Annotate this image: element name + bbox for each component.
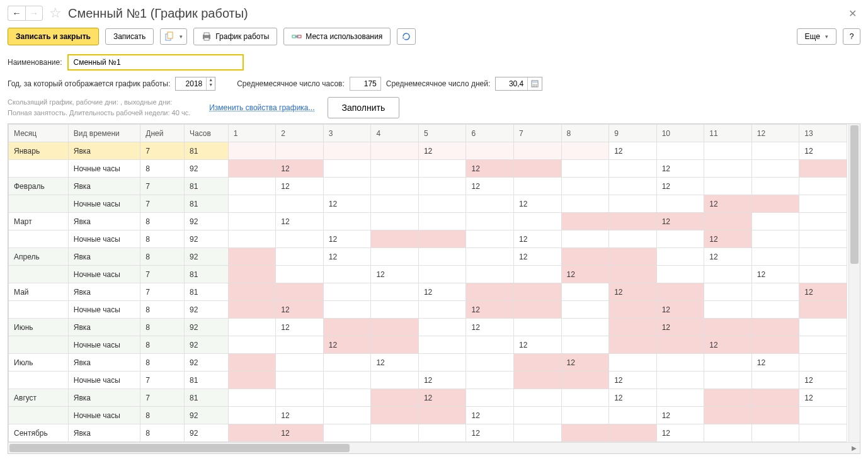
avg-hours-input[interactable] — [350, 77, 381, 91]
more-button[interactable]: Еще ▾ — [797, 28, 837, 45]
cell[interactable]: 8 — [140, 230, 185, 248]
day-cell[interactable] — [751, 389, 799, 407]
cell[interactable] — [9, 160, 69, 178]
cell[interactable]: 92 — [185, 407, 229, 424]
cell[interactable]: 81 — [185, 142, 229, 160]
day-cell[interactable]: 12 — [704, 248, 752, 266]
cell[interactable]: 92 — [185, 160, 229, 178]
day-cell[interactable] — [371, 301, 419, 319]
scrollbar-thumb[interactable] — [850, 125, 859, 264]
day-cell[interactable] — [466, 266, 514, 283]
day-cell[interactable] — [323, 301, 371, 319]
day-cell[interactable] — [799, 195, 847, 213]
cell[interactable]: Явка — [68, 248, 140, 266]
cell[interactable]: Ночные часы — [68, 266, 140, 283]
table-row[interactable]: ИюльЯвка892121212 — [9, 354, 847, 372]
day-cell[interactable]: 12 — [466, 178, 514, 195]
day-cell[interactable] — [323, 160, 371, 178]
cell[interactable]: Апрель — [9, 248, 69, 266]
day-cell[interactable] — [228, 389, 275, 407]
close-icon[interactable]: ✕ — [845, 8, 860, 20]
day-cell[interactable] — [514, 389, 562, 407]
day-cell[interactable] — [228, 248, 275, 266]
cell[interactable]: 92 — [185, 424, 229, 442]
save-button[interactable]: Записать — [105, 28, 154, 45]
day-cell[interactable]: 12 — [751, 266, 799, 283]
day-cell[interactable] — [561, 248, 609, 266]
day-cell[interactable] — [514, 283, 562, 301]
cell[interactable]: 92 — [185, 301, 229, 319]
cell[interactable]: 81 — [185, 266, 229, 283]
day-cell[interactable]: 12 — [276, 213, 324, 230]
day-cell[interactable] — [561, 230, 609, 248]
day-cell[interactable] — [704, 424, 752, 442]
day-cell[interactable] — [323, 319, 371, 336]
cell[interactable]: 8 — [140, 248, 185, 266]
cell[interactable] — [9, 336, 69, 354]
day-cell[interactable]: 12 — [561, 354, 609, 372]
schedule-table[interactable]: Месяц Вид времени Дней Часов 12345678910… — [8, 124, 847, 442]
cell[interactable]: 7 — [140, 389, 185, 407]
day-cell[interactable] — [751, 248, 799, 266]
day-cell[interactable] — [609, 354, 657, 372]
day-cell[interactable] — [656, 336, 704, 354]
day-cell[interactable] — [514, 424, 562, 442]
day-cell[interactable]: 12 — [276, 407, 324, 424]
day-cell[interactable] — [609, 301, 657, 319]
col-day-6[interactable]: 6 — [466, 125, 514, 142]
cell[interactable]: 81 — [185, 178, 229, 195]
day-cell[interactable] — [371, 142, 419, 160]
day-cell[interactable] — [609, 195, 657, 213]
day-cell[interactable] — [561, 389, 609, 407]
day-cell[interactable] — [276, 142, 324, 160]
day-cell[interactable] — [561, 424, 609, 442]
cell[interactable]: Явка — [68, 424, 140, 442]
day-cell[interactable] — [561, 178, 609, 195]
day-cell[interactable]: 12 — [466, 301, 514, 319]
cell[interactable]: 8 — [140, 319, 185, 336]
day-cell[interactable] — [323, 354, 371, 372]
col-hours[interactable]: Часов — [185, 125, 229, 142]
table-row[interactable]: МартЯвка8921212 — [9, 213, 847, 230]
table-row[interactable]: СентябрьЯвка892121212 — [9, 424, 847, 442]
day-cell[interactable] — [656, 248, 704, 266]
scrollbar-thumb[interactable] — [9, 444, 350, 452]
day-cell[interactable]: 12 — [799, 389, 847, 407]
day-cell[interactable] — [466, 283, 514, 301]
help-button[interactable]: ? — [843, 28, 860, 45]
day-cell[interactable]: 12 — [609, 283, 657, 301]
day-cell[interactable] — [276, 283, 324, 301]
day-cell[interactable]: 12 — [466, 424, 514, 442]
day-cell[interactable] — [228, 336, 275, 354]
col-day-5[interactable]: 5 — [418, 125, 466, 142]
day-cell[interactable]: 12 — [656, 424, 704, 442]
day-cell[interactable] — [704, 372, 752, 389]
day-cell[interactable] — [276, 248, 324, 266]
day-cell[interactable] — [466, 195, 514, 213]
day-cell[interactable]: 12 — [609, 389, 657, 407]
cell[interactable] — [9, 301, 69, 319]
day-cell[interactable] — [371, 407, 419, 424]
cell[interactable]: Июнь — [9, 319, 69, 336]
day-cell[interactable] — [371, 230, 419, 248]
day-cell[interactable] — [228, 283, 275, 301]
cell[interactable]: Июль — [9, 354, 69, 372]
cell[interactable]: 81 — [185, 372, 229, 389]
day-cell[interactable] — [371, 195, 419, 213]
cell[interactable]: 7 — [140, 178, 185, 195]
day-cell[interactable] — [656, 283, 704, 301]
col-day-8[interactable]: 8 — [561, 125, 609, 142]
cell[interactable]: 92 — [185, 248, 229, 266]
day-cell[interactable] — [751, 336, 799, 354]
day-cell[interactable]: 12 — [799, 372, 847, 389]
day-cell[interactable] — [609, 230, 657, 248]
table-row[interactable]: Ночные часы892121212 — [9, 230, 847, 248]
cell[interactable]: 7 — [140, 372, 185, 389]
table-row[interactable]: Ночные часы781121212 — [9, 266, 847, 283]
day-cell[interactable] — [418, 248, 466, 266]
scroll-right-icon[interactable]: ▶ — [848, 443, 860, 453]
schedule-button[interactable]: График работы — [193, 28, 277, 45]
day-cell[interactable] — [609, 178, 657, 195]
day-cell[interactable] — [371, 283, 419, 301]
day-cell[interactable] — [514, 354, 562, 372]
